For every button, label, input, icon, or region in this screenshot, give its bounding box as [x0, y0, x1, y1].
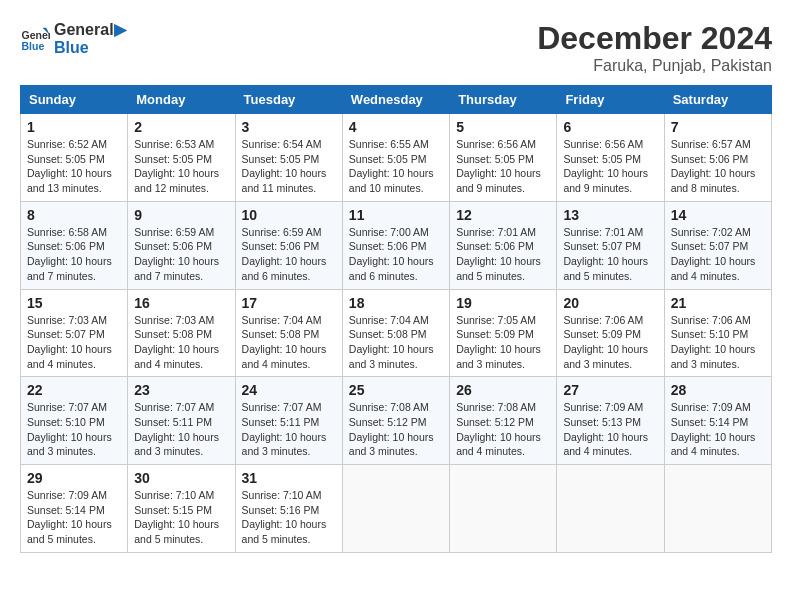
calendar-cell: 14Sunrise: 7:02 AM Sunset: 5:07 PM Dayli… [664, 201, 771, 289]
calendar-cell: 10Sunrise: 6:59 AM Sunset: 5:06 PM Dayli… [235, 201, 342, 289]
calendar-cell: 3Sunrise: 6:54 AM Sunset: 5:05 PM Daylig… [235, 114, 342, 202]
calendar-cell: 25Sunrise: 7:08 AM Sunset: 5:12 PM Dayli… [342, 377, 449, 465]
day-info: Sunrise: 7:02 AM Sunset: 5:07 PM Dayligh… [671, 225, 765, 284]
logo-text-line1: General▶ [54, 20, 126, 39]
calendar-cell [342, 465, 449, 553]
day-info: Sunrise: 7:00 AM Sunset: 5:06 PM Dayligh… [349, 225, 443, 284]
day-number: 11 [349, 207, 443, 223]
day-info: Sunrise: 6:56 AM Sunset: 5:05 PM Dayligh… [456, 137, 550, 196]
day-info: Sunrise: 7:07 AM Sunset: 5:11 PM Dayligh… [242, 400, 336, 459]
day-number: 10 [242, 207, 336, 223]
day-info: Sunrise: 7:08 AM Sunset: 5:12 PM Dayligh… [349, 400, 443, 459]
calendar-cell: 23Sunrise: 7:07 AM Sunset: 5:11 PM Dayli… [128, 377, 235, 465]
calendar-cell: 18Sunrise: 7:04 AM Sunset: 5:08 PM Dayli… [342, 289, 449, 377]
day-info: Sunrise: 7:07 AM Sunset: 5:11 PM Dayligh… [134, 400, 228, 459]
day-info: Sunrise: 7:03 AM Sunset: 5:07 PM Dayligh… [27, 313, 121, 372]
day-number: 14 [671, 207, 765, 223]
day-info: Sunrise: 7:05 AM Sunset: 5:09 PM Dayligh… [456, 313, 550, 372]
calendar-table: Sunday Monday Tuesday Wednesday Thursday… [20, 85, 772, 553]
day-info: Sunrise: 7:09 AM Sunset: 5:13 PM Dayligh… [563, 400, 657, 459]
day-info: Sunrise: 7:09 AM Sunset: 5:14 PM Dayligh… [671, 400, 765, 459]
day-info: Sunrise: 6:52 AM Sunset: 5:05 PM Dayligh… [27, 137, 121, 196]
header-tuesday: Tuesday [235, 86, 342, 114]
day-info: Sunrise: 7:10 AM Sunset: 5:15 PM Dayligh… [134, 488, 228, 547]
calendar-cell: 16Sunrise: 7:03 AM Sunset: 5:08 PM Dayli… [128, 289, 235, 377]
day-info: Sunrise: 6:58 AM Sunset: 5:06 PM Dayligh… [27, 225, 121, 284]
day-info: Sunrise: 6:57 AM Sunset: 5:06 PM Dayligh… [671, 137, 765, 196]
calendar-cell: 21Sunrise: 7:06 AM Sunset: 5:10 PM Dayli… [664, 289, 771, 377]
day-number: 19 [456, 295, 550, 311]
calendar-header-row: Sunday Monday Tuesday Wednesday Thursday… [21, 86, 772, 114]
calendar-cell: 12Sunrise: 7:01 AM Sunset: 5:06 PM Dayli… [450, 201, 557, 289]
logo-icon: General Blue [20, 24, 50, 54]
calendar-cell [664, 465, 771, 553]
day-number: 6 [563, 119, 657, 135]
day-number: 30 [134, 470, 228, 486]
day-number: 21 [671, 295, 765, 311]
day-number: 8 [27, 207, 121, 223]
header-monday: Monday [128, 86, 235, 114]
calendar-cell [557, 465, 664, 553]
calendar-cell: 5Sunrise: 6:56 AM Sunset: 5:05 PM Daylig… [450, 114, 557, 202]
day-number: 5 [456, 119, 550, 135]
calendar-cell: 26Sunrise: 7:08 AM Sunset: 5:12 PM Dayli… [450, 377, 557, 465]
day-info: Sunrise: 6:59 AM Sunset: 5:06 PM Dayligh… [242, 225, 336, 284]
calendar-cell: 17Sunrise: 7:04 AM Sunset: 5:08 PM Dayli… [235, 289, 342, 377]
calendar-cell [450, 465, 557, 553]
day-number: 3 [242, 119, 336, 135]
logo-text-line2: Blue [54, 39, 126, 57]
day-info: Sunrise: 6:53 AM Sunset: 5:05 PM Dayligh… [134, 137, 228, 196]
calendar-week-4: 22Sunrise: 7:07 AM Sunset: 5:10 PM Dayli… [21, 377, 772, 465]
day-info: Sunrise: 7:04 AM Sunset: 5:08 PM Dayligh… [242, 313, 336, 372]
header-thursday: Thursday [450, 86, 557, 114]
calendar-cell: 28Sunrise: 7:09 AM Sunset: 5:14 PM Dayli… [664, 377, 771, 465]
day-number: 9 [134, 207, 228, 223]
calendar-cell: 22Sunrise: 7:07 AM Sunset: 5:10 PM Dayli… [21, 377, 128, 465]
day-info: Sunrise: 7:07 AM Sunset: 5:10 PM Dayligh… [27, 400, 121, 459]
day-info: Sunrise: 7:09 AM Sunset: 5:14 PM Dayligh… [27, 488, 121, 547]
day-info: Sunrise: 7:04 AM Sunset: 5:08 PM Dayligh… [349, 313, 443, 372]
day-number: 1 [27, 119, 121, 135]
calendar-cell: 20Sunrise: 7:06 AM Sunset: 5:09 PM Dayli… [557, 289, 664, 377]
day-info: Sunrise: 7:01 AM Sunset: 5:07 PM Dayligh… [563, 225, 657, 284]
day-info: Sunrise: 7:06 AM Sunset: 5:09 PM Dayligh… [563, 313, 657, 372]
header: General Blue General▶ Blue December 2024… [20, 20, 772, 75]
day-info: Sunrise: 6:54 AM Sunset: 5:05 PM Dayligh… [242, 137, 336, 196]
calendar-week-1: 1Sunrise: 6:52 AM Sunset: 5:05 PM Daylig… [21, 114, 772, 202]
day-number: 17 [242, 295, 336, 311]
calendar-cell: 24Sunrise: 7:07 AM Sunset: 5:11 PM Dayli… [235, 377, 342, 465]
calendar-cell: 31Sunrise: 7:10 AM Sunset: 5:16 PM Dayli… [235, 465, 342, 553]
day-info: Sunrise: 7:08 AM Sunset: 5:12 PM Dayligh… [456, 400, 550, 459]
day-number: 22 [27, 382, 121, 398]
calendar-cell: 30Sunrise: 7:10 AM Sunset: 5:15 PM Dayli… [128, 465, 235, 553]
calendar-week-3: 15Sunrise: 7:03 AM Sunset: 5:07 PM Dayli… [21, 289, 772, 377]
header-saturday: Saturday [664, 86, 771, 114]
location-subtitle: Faruka, Punjab, Pakistan [537, 57, 772, 75]
day-number: 27 [563, 382, 657, 398]
calendar-cell: 27Sunrise: 7:09 AM Sunset: 5:13 PM Dayli… [557, 377, 664, 465]
day-number: 12 [456, 207, 550, 223]
day-info: Sunrise: 6:59 AM Sunset: 5:06 PM Dayligh… [134, 225, 228, 284]
calendar-week-2: 8Sunrise: 6:58 AM Sunset: 5:06 PM Daylig… [21, 201, 772, 289]
calendar-cell: 1Sunrise: 6:52 AM Sunset: 5:05 PM Daylig… [21, 114, 128, 202]
day-number: 23 [134, 382, 228, 398]
day-number: 13 [563, 207, 657, 223]
day-number: 31 [242, 470, 336, 486]
logo: General Blue General▶ Blue [20, 20, 126, 57]
calendar-cell: 4Sunrise: 6:55 AM Sunset: 5:05 PM Daylig… [342, 114, 449, 202]
day-info: Sunrise: 6:55 AM Sunset: 5:05 PM Dayligh… [349, 137, 443, 196]
day-number: 2 [134, 119, 228, 135]
day-number: 24 [242, 382, 336, 398]
calendar-cell: 19Sunrise: 7:05 AM Sunset: 5:09 PM Dayli… [450, 289, 557, 377]
day-number: 4 [349, 119, 443, 135]
day-number: 29 [27, 470, 121, 486]
day-info: Sunrise: 7:06 AM Sunset: 5:10 PM Dayligh… [671, 313, 765, 372]
header-friday: Friday [557, 86, 664, 114]
day-info: Sunrise: 6:56 AM Sunset: 5:05 PM Dayligh… [563, 137, 657, 196]
calendar-cell: 8Sunrise: 6:58 AM Sunset: 5:06 PM Daylig… [21, 201, 128, 289]
day-number: 7 [671, 119, 765, 135]
day-number: 18 [349, 295, 443, 311]
day-number: 16 [134, 295, 228, 311]
day-number: 15 [27, 295, 121, 311]
month-title: December 2024 [537, 20, 772, 57]
